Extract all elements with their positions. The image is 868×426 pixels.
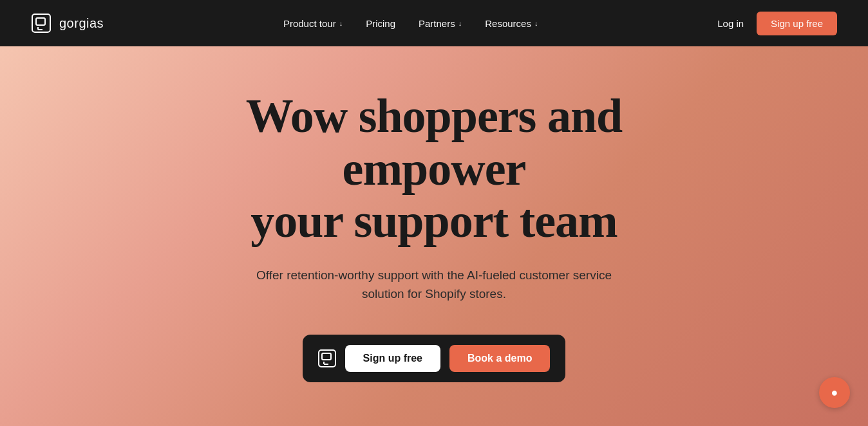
hero-title-line1: Wow shoppers and empower [246, 89, 622, 194]
nav-signup-button[interactable]: Sign up free [757, 12, 837, 35]
navbar-nav: Product tour ↓ Pricing Partners ↓ Resour… [283, 18, 538, 29]
hero-subtitle: Offer retention-worthy support with the … [254, 266, 614, 304]
svg-rect-5 [322, 353, 331, 360]
chevron-down-icon: ↓ [458, 19, 462, 27]
hero-section: Wow shoppers and empower your support te… [0, 46, 868, 426]
chat-icon: ● [831, 386, 838, 400]
cta-container: Sign up free Book a demo [303, 335, 566, 382]
brand-name: gorgias [59, 16, 104, 31]
nav-product-tour-label: Product tour [283, 18, 336, 29]
nav-pricing-label: Pricing [366, 18, 395, 29]
navbar-actions: Log in Sign up free [717, 12, 837, 35]
nav-product-tour[interactable]: Product tour ↓ [283, 18, 343, 29]
nav-resources-label: Resources [485, 18, 531, 29]
nav-partners[interactable]: Partners ↓ [419, 18, 462, 29]
login-button[interactable]: Log in [717, 18, 744, 29]
navbar: gorgias Product tour ↓ Pricing Partners … [0, 0, 868, 46]
navbar-logo-area: gorgias [31, 13, 104, 33]
chat-bubble-button[interactable]: ● [819, 377, 850, 408]
nav-partners-label: Partners [419, 18, 455, 29]
svg-rect-1 [36, 18, 45, 25]
nav-resources[interactable]: Resources ↓ [485, 18, 538, 29]
hero-demo-button[interactable]: Book a demo [449, 345, 550, 372]
gorgias-logo-icon [31, 13, 52, 33]
chevron-down-icon: ↓ [339, 19, 343, 27]
hero-title: Wow shoppers and empower your support te… [170, 90, 698, 247]
nav-pricing[interactable]: Pricing [366, 18, 395, 29]
chevron-down-icon: ↓ [534, 19, 538, 27]
hero-title-line2: your support team [250, 194, 618, 247]
hero-signup-button[interactable]: Sign up free [345, 345, 440, 372]
cta-gorgias-icon [318, 349, 336, 367]
